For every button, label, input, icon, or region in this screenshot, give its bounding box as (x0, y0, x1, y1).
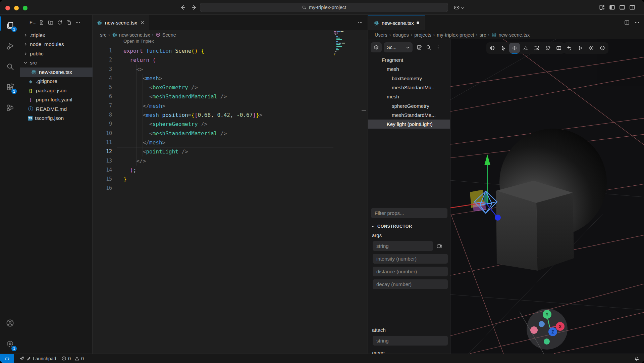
explorer-item-tsconfig.json[interactable]: TStsconfig.json (20, 114, 93, 123)
scene-tree-item-meshStandardMa-[interactable]: meshStandardMa... (368, 83, 450, 92)
orientation-gizmo[interactable]: Y X Z (527, 309, 568, 350)
triplex-breadcrumb[interactable]: Users›douges›projects›my-triplex-project… (375, 30, 530, 39)
code-line-15[interactable]: 15} (93, 175, 368, 184)
code-line-16[interactable]: 16 (93, 184, 368, 193)
search-view-button[interactable] (0, 58, 20, 75)
settings-button[interactable]: 1 (0, 335, 20, 353)
customize-layout-icon[interactable] (599, 4, 605, 10)
breadcrumb-item[interactable]: new-scene.tsx (491, 32, 530, 38)
settings-button[interactable] (586, 43, 597, 53)
chevron-down-icon[interactable] (461, 6, 465, 10)
explorer-item-.triplex[interactable]: .triplex (20, 31, 93, 40)
breadcrumb-item[interactable]: Scene (156, 32, 176, 38)
minimap[interactable] (334, 30, 351, 59)
breadcrumb-item[interactable]: projects (414, 32, 431, 38)
problems-button[interactable]: 0 0 (61, 356, 84, 361)
scene-tree-item-sphereGeometry[interactable]: sphereGeometry (368, 101, 450, 110)
zoom-window-button[interactable] (23, 6, 28, 10)
more-actions-icon[interactable] (75, 20, 80, 25)
explorer-item-src[interactable]: src (20, 58, 93, 68)
triplex-tab-new-scene[interactable]: new-scene.tsx (368, 15, 425, 30)
breadcrumb[interactable]: src›new-scene.tsx›Scene (100, 30, 176, 39)
explorer-item-new-scene.tsx[interactable]: new-scene.tsx (20, 67, 93, 77)
triplex-view-button[interactable] (0, 99, 20, 117)
code-line-4[interactable]: 4 <mesh> (93, 74, 368, 83)
grid-toggle-button[interactable] (553, 43, 564, 53)
arg-input-0[interactable]: string (373, 241, 433, 251)
axis-neg-z-ball[interactable] (539, 321, 545, 327)
close-icon[interactable] (140, 20, 145, 25)
editor-more-actions-icon[interactable] (358, 20, 363, 25)
back-icon[interactable] (179, 4, 186, 11)
collapse-folders-icon[interactable] (66, 20, 71, 25)
breadcrumb-item[interactable]: my-triplex-project (437, 32, 474, 38)
forward-icon[interactable] (191, 4, 198, 11)
scene-tree-item-meshStandardMa-[interactable]: meshStandardMa... (368, 110, 450, 120)
code-line-7[interactable]: 7 </mesh> (93, 101, 368, 110)
more-actions-icon[interactable] (634, 20, 640, 25)
attach-input[interactable]: string (373, 336, 448, 346)
move-tool-button[interactable] (509, 43, 520, 53)
explorer-item-public[interactable]: public (20, 49, 93, 58)
toggle-secondary-sidebar-icon[interactable] (629, 4, 635, 10)
switch-prop-type-icon[interactable] (436, 243, 444, 249)
breadcrumb-item[interactable]: douges (393, 32, 409, 38)
lighting-toggle-button[interactable] (542, 43, 553, 53)
scene-select[interactable]: Sc... (384, 42, 413, 52)
filter-props-input[interactable]: Filter props... (371, 208, 447, 218)
axis-neg-x-ball[interactable] (530, 326, 538, 334)
code-line-14[interactable]: 14 ); (93, 166, 368, 175)
code-line-6[interactable]: 6 <meshStandardMaterial /> (93, 92, 368, 101)
code-line-13[interactable]: 13 </> (93, 156, 368, 166)
constructor-section-header[interactable]: CONSTRUCTOR (371, 224, 412, 229)
play-button[interactable] (575, 43, 586, 53)
command-center-search[interactable]: my-triplex-project (200, 3, 448, 12)
remote-indicator[interactable] (0, 354, 14, 363)
toggle-panel-icon[interactable] (619, 4, 625, 10)
code-line-8[interactable]: 8 <mesh position={[0.68, 0.42, -0.67]}> (93, 110, 368, 120)
code-line-12[interactable]: 12 <pointLight /> (93, 147, 368, 156)
open-in-triplex-codelens[interactable]: Open in Triplex (123, 39, 154, 44)
tab-new-scene[interactable]: new-scene.tsx (93, 15, 149, 30)
select-tool-button[interactable] (498, 43, 509, 53)
new-file-icon[interactable] (39, 20, 44, 25)
copilot-icon[interactable] (453, 4, 460, 11)
close-window-button[interactable] (5, 6, 10, 10)
code-line-10[interactable]: 10 <meshStandardMaterial /> (93, 129, 368, 138)
toggle-primary-sidebar-icon[interactable] (609, 4, 615, 10)
new-scene-icon[interactable] (417, 45, 422, 50)
code-line-1[interactable]: 1export function Scene() { (93, 46, 368, 55)
code-line-2[interactable]: 2 return ( (93, 55, 368, 64)
help-button[interactable] (597, 43, 608, 53)
scene-tree-item-mesh[interactable]: mesh (368, 64, 450, 74)
scale-tool-button[interactable] (520, 43, 531, 53)
breadcrumb-item[interactable]: src (100, 32, 106, 38)
explorer-view-button[interactable]: 1 (0, 16, 20, 34)
scene-tree-item-Fragment[interactable]: Fragment (368, 55, 450, 64)
code-line-11[interactable]: 11 </mesh> (93, 138, 368, 147)
notifications-bell[interactable] (634, 354, 639, 363)
new-folder-icon[interactable] (48, 20, 53, 25)
unsaved-changes-dot[interactable] (417, 21, 419, 24)
run-debug-view-button[interactable] (0, 37, 20, 55)
code-line-5[interactable]: 5 <boxGeometry /> (93, 83, 368, 92)
breadcrumb-item[interactable]: Users (375, 32, 387, 38)
minimize-window-button[interactable] (14, 6, 19, 10)
scene-tree-item-Key-light-pointLight-[interactable]: Key light (pointLight) (368, 120, 450, 129)
gizmo-z-arrowhead[interactable] (495, 215, 501, 221)
layers-button[interactable] (371, 42, 382, 52)
launchpad-button[interactable]: Launchpad (19, 356, 56, 361)
breadcrumb-item[interactable]: new-scene.tsx (112, 32, 150, 38)
arg-input-1[interactable]: intensity (number) (373, 254, 448, 264)
explorer-item-package.json[interactable]: {}package.json (20, 86, 93, 95)
explorer-item-.gitignore[interactable]: ◆.gitignore (20, 77, 93, 86)
scene-tree-item-boxGeometry[interactable]: boxGeometry (368, 74, 450, 83)
explorer-item-node_modules[interactable]: node_modules (20, 40, 93, 49)
accounts-button[interactable] (0, 314, 20, 332)
arg-input-3[interactable]: decay (number) (373, 279, 448, 289)
transform-select-tool-button[interactable] (531, 43, 542, 53)
box-mesh[interactable] (496, 181, 574, 271)
world-tool-button[interactable] (487, 43, 498, 53)
breadcrumb-item[interactable]: src (480, 32, 486, 38)
code-line-3[interactable]: 3 <> (93, 65, 368, 74)
